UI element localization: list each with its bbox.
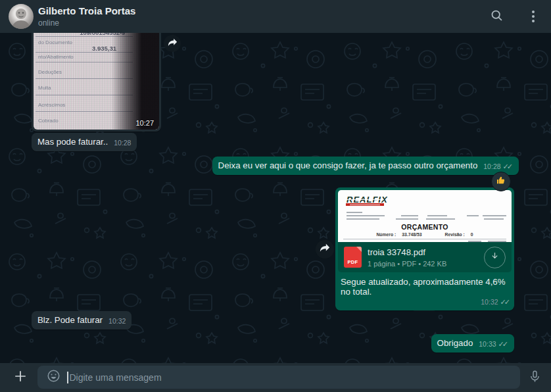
contact-name: Gilberto Troia Portas	[38, 5, 135, 17]
menu-button[interactable]	[522, 5, 544, 28]
double-check-icon: ✓✓	[498, 341, 508, 348]
photo-edge-shadow	[34, 33, 159, 130]
forward-button[interactable]	[316, 240, 334, 258]
contact-status: online	[38, 18, 135, 28]
message-time: 10:32	[108, 318, 126, 326]
pdf-icon: PDF	[344, 247, 362, 268]
incoming-message[interactable]: Blz. Pode faturar 10:32	[32, 311, 132, 330]
mic-icon	[528, 370, 542, 386]
pdf-filename: troia 33748.pdf	[368, 247, 446, 258]
pdf-caption: Segue atualizado, aproximadamente 4,6% n…	[338, 272, 512, 297]
double-check-icon: ✓✓	[503, 163, 513, 170]
forward-button[interactable]	[164, 35, 181, 52]
message-text: Blz. Pode faturar	[37, 315, 103, 325]
message-text: Mas pode faturar..	[37, 137, 108, 147]
download-icon	[489, 251, 500, 264]
pdf-preview-thumbnail[interactable]: REALFIX ORÇAMENTO Número : 33.748/5	[338, 190, 512, 242]
conversation-header: Gilberto Troia Portas online	[0, 0, 551, 33]
message-text: Deixa eu ver aqui o que consigo fazer, j…	[218, 160, 478, 170]
search-button[interactable]	[485, 5, 508, 28]
forward-icon	[320, 243, 330, 255]
pdf-file-row[interactable]: PDF troia 33748.pdf 1 página • PDF • 242…	[338, 242, 512, 272]
download-button[interactable]	[484, 247, 506, 268]
message-time: 10:28	[114, 139, 131, 147]
kebab-menu-icon	[532, 11, 535, 22]
message-time: 10:33	[479, 341, 496, 349]
forward-icon	[168, 37, 178, 49]
whatsapp-chat-window: Gilberto Troia Portas online 109/0013455…	[0, 0, 551, 392]
thumbs-up-icon	[496, 175, 506, 188]
message-reaction[interactable]	[491, 172, 511, 191]
voice-message-button[interactable]	[523, 366, 546, 389]
outgoing-message[interactable]: Deixa eu ver aqui o que consigo fazer, j…	[212, 157, 519, 175]
double-check-icon: ✓✓	[500, 299, 510, 306]
plus-icon	[13, 369, 28, 386]
attach-button[interactable]	[9, 366, 32, 389]
header-actions	[485, 0, 544, 33]
search-icon	[490, 9, 504, 25]
pdf-file-meta: 1 página • PDF • 242 KB	[368, 259, 446, 268]
message-time: 10:27	[135, 119, 154, 127]
contact-avatar[interactable]	[9, 4, 34, 29]
emoji-picker-button[interactable]	[45, 370, 61, 385]
message-composer: Digite uma mensagem	[0, 363, 551, 392]
incoming-photo-message[interactable]: 109/00134552-9 do Documento 3.935,31 nto…	[32, 33, 161, 132]
pdf-preview-title: ORÇAMENTO	[338, 223, 512, 231]
message-input[interactable]: Digite uma mensagem	[37, 366, 520, 389]
logo-red-bar	[346, 203, 384, 206]
contact-info[interactable]: Gilberto Troia Portas online	[38, 5, 135, 28]
text-cursor	[67, 372, 68, 383]
pdf-preview-number-row: Número : 33.748/53 Revisão : 0	[338, 232, 512, 237]
outgoing-message[interactable]: Obrigado 10:33 ✓✓	[431, 334, 514, 353]
message-time: 10:32	[481, 299, 498, 306]
emoji-icon	[46, 368, 61, 386]
document-photo: 109/00134552-9 do Documento 3.935,31 nto…	[34, 33, 159, 130]
incoming-message[interactable]: Mas pode faturar.. 10:28	[32, 133, 137, 151]
message-time: 10:28	[483, 163, 500, 171]
outgoing-pdf-message[interactable]: REALFIX ORÇAMENTO Número : 33.748/5	[335, 187, 514, 310]
message-text: Obrigado	[437, 338, 473, 348]
input-placeholder: Digite uma mensagem	[70, 372, 162, 383]
